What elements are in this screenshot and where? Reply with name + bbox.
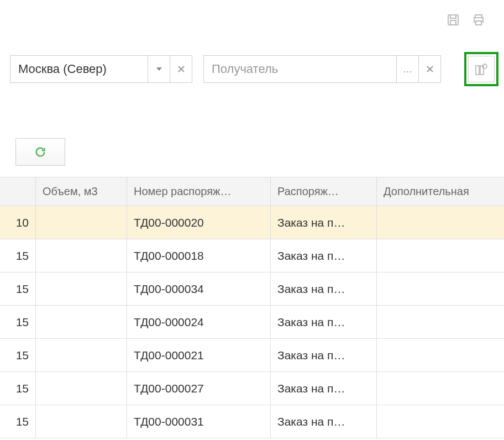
table-cell: [377, 239, 504, 272]
refresh-section: [15, 138, 65, 166]
table-cell: Заказ на п…: [271, 372, 377, 405]
table-cell: 15: [0, 239, 36, 272]
table-header-additional[interactable]: Дополнительная: [377, 177, 504, 206]
table-cell: [377, 273, 504, 305]
table-cell: [36, 306, 127, 338]
settings-button[interactable]: [464, 52, 498, 86]
chevron-down-icon[interactable]: [148, 56, 170, 82]
filter-bar: Москва (Север) Получатель …: [10, 55, 498, 83]
table-cell: 15: [0, 405, 36, 438]
table-header-volume[interactable]: Объем, м3: [36, 177, 127, 206]
table-cell: [377, 372, 504, 405]
table-cell: ТД00-000020: [127, 206, 271, 239]
svg-rect-1: [450, 15, 456, 18]
table-cell: ТД00-000034: [127, 273, 271, 305]
table-cell: Заказ на п…: [271, 306, 377, 338]
table-cell: 15: [0, 306, 36, 338]
table-cell: ТД00-000018: [127, 239, 271, 272]
refresh-button[interactable]: [15, 138, 65, 166]
table-header: Объем, м3 Номер распоряж… Распоряж… Допо…: [0, 177, 504, 206]
table-header-col0[interactable]: [0, 177, 36, 206]
table-cell: [36, 405, 127, 438]
table-header-order-number[interactable]: Номер распоряж…: [127, 177, 271, 206]
table-cell: [36, 372, 127, 405]
table-cell: [36, 273, 127, 305]
table-cell: ТД00-000021: [127, 339, 271, 371]
table-row[interactable]: 15ТД00-000018Заказ на п…: [0, 239, 504, 273]
table-cell: 15: [0, 273, 36, 305]
table-cell: 15: [0, 372, 36, 405]
table-cell: Заказ на п…: [271, 405, 377, 438]
recipient-combo-clear[interactable]: [418, 56, 440, 82]
print-icon[interactable]: [470, 11, 487, 29]
recipient-combo-placeholder: Получатель: [204, 56, 396, 82]
table-cell: Заказ на п…: [271, 339, 377, 371]
table-row[interactable]: 15ТД00-000024Заказ на п…: [0, 306, 504, 339]
zone-combo-clear[interactable]: [170, 56, 192, 82]
table-header-order[interactable]: Распоряж…: [271, 177, 377, 206]
table-cell: Заказ на п…: [271, 239, 377, 272]
toolbar-top-icons: [444, 11, 487, 29]
table-row[interactable]: 15ТД00-000027Заказ на п…: [0, 372, 504, 405]
table-cell: [377, 339, 504, 371]
table-cell: [377, 206, 504, 239]
table-cell: 10: [0, 206, 36, 239]
svg-rect-5: [476, 66, 479, 75]
table-cell: Заказ на п…: [271, 206, 377, 239]
recipient-combo-select[interactable]: …: [396, 56, 418, 82]
table-body: 10ТД00-000020Заказ на п…15ТД00-000018Зак…: [0, 206, 504, 438]
table-cell: ТД00-000031: [127, 405, 271, 438]
recipient-combo[interactable]: Получатель …: [203, 55, 441, 83]
table-cell: ТД00-000024: [127, 306, 271, 338]
table-cell: 15: [0, 339, 36, 371]
orders-table: Объем, м3 Номер распоряж… Распоряж… Допо…: [0, 177, 504, 438]
zone-combo-value: Москва (Север): [11, 56, 148, 82]
table-cell: [377, 405, 504, 438]
table-row[interactable]: 15ТД00-000021Заказ на п…: [0, 339, 504, 372]
zone-combo[interactable]: Москва (Север): [10, 55, 192, 83]
settings-icon: [468, 56, 495, 82]
table-cell: [36, 206, 127, 239]
table-cell: [36, 239, 127, 272]
table-cell: ТД00-000027: [127, 372, 271, 405]
table-row[interactable]: 15ТД00-000034Заказ на п…: [0, 273, 504, 306]
table-row[interactable]: 15ТД00-000031Заказ на п…: [0, 405, 504, 438]
table-cell: [377, 306, 504, 338]
save-icon[interactable]: [444, 11, 462, 29]
table-cell: Заказ на п…: [271, 273, 377, 305]
table-row[interactable]: 10ТД00-000020Заказ на п…: [0, 206, 504, 239]
table-cell: [36, 339, 127, 371]
svg-rect-4: [476, 21, 481, 25]
svg-rect-2: [450, 20, 456, 25]
